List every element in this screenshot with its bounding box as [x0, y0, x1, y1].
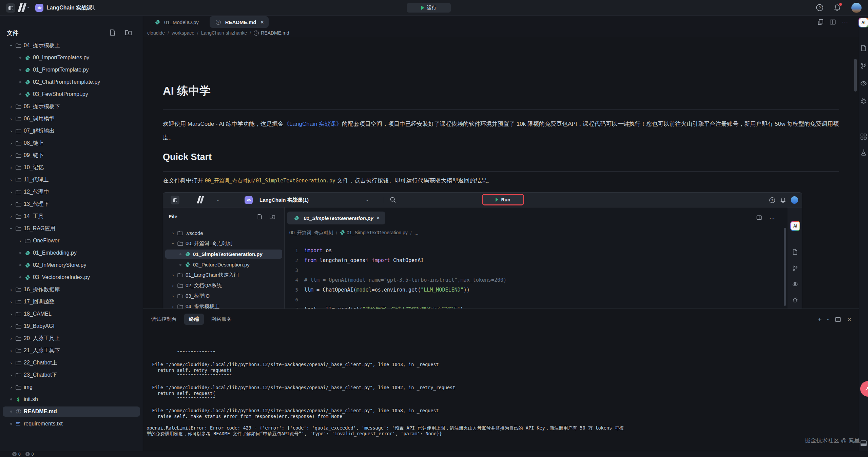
tree-item[interactable]: ›20_人脉工具上: [3, 333, 140, 343]
tree-item[interactable]: ›04_提示模板上: [165, 302, 282, 309]
panel-tab[interactable]: 调试控制台: [147, 314, 181, 325]
chevron-down-icon[interactable]: ›: [171, 241, 176, 247]
editor-tab[interactable]: 01_ModelIO.py: [149, 16, 204, 28]
chevron-right-icon[interactable]: ›: [8, 153, 14, 158]
chevron-right-icon[interactable]: ›: [8, 128, 14, 134]
chevron-down-icon[interactable]: ›: [26, 7, 31, 8]
tree-item[interactable]: requirements.txt: [3, 419, 140, 429]
sidebar-toggle-button[interactable]: [6, 3, 15, 13]
chevron-down-icon[interactable]: ›: [826, 319, 831, 320]
tree-item[interactable]: ›02_文档QA系统: [165, 281, 282, 290]
tree-item[interactable]: ›19_BabyAGI: [3, 321, 140, 331]
warning-count[interactable]: ! 0: [25, 452, 34, 457]
tree-item[interactable]: ›13_代理下: [3, 199, 140, 209]
tree-item[interactable]: ›21_人脉工具下: [3, 345, 140, 356]
tree-item[interactable]: ›16_操作数据库: [3, 284, 140, 295]
breadcrumb[interactable]: cloudide/workspace/LangChain-shizhanke/?…: [147, 28, 289, 37]
chevron-right-icon[interactable]: ›: [170, 294, 176, 299]
tree-item[interactable]: ›22_Chatbot上: [3, 358, 140, 368]
tree-item[interactable]: $init.sh: [3, 394, 140, 404]
chevron-right-icon[interactable]: ›: [8, 116, 14, 121]
tree-item[interactable]: ›05_提示模板下: [3, 101, 140, 112]
avatar[interactable]: [851, 3, 862, 13]
scrollbar[interactable]: [854, 59, 857, 92]
chevron-right-icon[interactable]: ›: [170, 283, 176, 288]
chevron-right-icon[interactable]: ›: [8, 287, 14, 292]
code-line[interactable]: 4# llm = OpenAI(model_name="gpt-3.5-turb…: [285, 275, 788, 285]
code-editor[interactable]: 1import os2from langchain_openai import …: [285, 240, 788, 309]
panel-tab[interactable]: 终端: [184, 314, 204, 325]
tree-item[interactable]: 01_Embedding.py: [3, 248, 140, 258]
preview-eye-icon[interactable]: [860, 80, 867, 87]
tree-item[interactable]: ›OneFlower: [3, 236, 140, 246]
chevron-down-icon[interactable]: ›: [77, 7, 82, 8]
help-icon[interactable]: ?: [816, 4, 824, 12]
panel-tab[interactable]: 网络服务: [207, 314, 236, 325]
split-editor-icon[interactable]: [830, 19, 836, 25]
chevron-right-icon[interactable]: ›: [8, 373, 14, 378]
tree-item[interactable]: ›img: [3, 382, 140, 392]
chevron-right-icon[interactable]: ›: [8, 324, 14, 329]
code-line[interactable]: 3: [285, 265, 788, 275]
code-line[interactable]: 7text = llm.predict("请给我写一句情人节红玫瑰的中文宣传语"…: [285, 304, 788, 309]
tree-item[interactable]: ›17_回调函数: [3, 297, 140, 307]
chevron-right-icon[interactable]: ›: [8, 202, 14, 207]
breadcrumb-item[interactable]: LangChain-shizhanke: [201, 30, 247, 36]
tree-item[interactable]: 02_ChatPromptTemplate.py: [3, 77, 140, 87]
marscode-logo-icon[interactable]: [16, 3, 27, 14]
ai-assistant-icon[interactable]: AI: [859, 18, 868, 27]
chevron-right-icon[interactable]: ›: [8, 190, 14, 195]
tree-item[interactable]: ›11_代理上: [3, 175, 140, 185]
chevron-right-icon[interactable]: ›: [8, 214, 14, 219]
chevron-right-icon[interactable]: ›: [170, 273, 176, 278]
chevron-right-icon[interactable]: ›: [8, 336, 14, 341]
document-icon[interactable]: [860, 45, 867, 52]
tree-item[interactable]: 02_PictureDescription.py: [165, 260, 282, 269]
tree-item[interactable]: 03_VectorstoreIndex.py: [3, 272, 140, 282]
chevron-right-icon[interactable]: ›: [8, 177, 14, 182]
close-icon[interactable]: ✕: [847, 317, 851, 323]
new-terminal-icon[interactable]: +: [818, 316, 822, 323]
tree-item[interactable]: ›10_记忆: [3, 162, 140, 173]
tree-item[interactable]: 01_PromptTemplate.py: [3, 65, 140, 75]
error-count[interactable]: ✕ 0: [12, 452, 21, 457]
more-actions-icon[interactable]: ⋯: [842, 18, 849, 26]
tree-item[interactable]: 02_InMemoryStore.py: [3, 260, 140, 270]
code-line[interactable]: 1import os: [285, 245, 788, 255]
scrollbar[interactable]: [784, 228, 786, 306]
tree-item[interactable]: ›07_解析输出: [3, 126, 140, 136]
chevron-down-icon[interactable]: ›: [9, 42, 14, 48]
git-branch-icon[interactable]: [860, 62, 867, 69]
run-button[interactable]: 运行: [407, 3, 451, 13]
new-folder-icon[interactable]: [125, 29, 132, 36]
notification-bell-icon[interactable]: [833, 4, 841, 12]
tree-item[interactable]: ›15_RAG应用: [3, 223, 140, 234]
code-line[interactable]: 2from langchain_openai import ChatOpenAI: [285, 255, 788, 265]
split-panel-icon[interactable]: [835, 317, 841, 322]
tree-item[interactable]: ›.vscode: [165, 228, 282, 238]
chevron-right-icon[interactable]: ›: [8, 165, 14, 170]
editor-tab[interactable]: ?README.md✕: [210, 16, 269, 28]
tree-item[interactable]: 01_SimpleTextGeneration.py: [165, 250, 282, 259]
tree-item[interactable]: ›03_模型IO: [165, 292, 282, 301]
tree-item[interactable]: ›08_链上: [3, 138, 140, 148]
tree-item[interactable]: ›04_提示模板上: [3, 40, 140, 51]
chevron-right-icon[interactable]: ›: [8, 385, 14, 390]
chevron-right-icon[interactable]: ›: [8, 104, 14, 109]
tree-item[interactable]: 00_ImportTemplates.py: [3, 53, 140, 63]
tree-item[interactable]: ›06_调用模型: [3, 114, 140, 124]
terminal-output[interactable]: ^^^^^^^^^^^^^^ File "/home/cloudide/.loc…: [147, 339, 852, 457]
panel-bottom-icon[interactable]: [860, 440, 867, 446]
tree-item[interactable]: 03_FewShotPrompt.py: [3, 89, 140, 99]
new-file-icon[interactable]: [109, 29, 116, 36]
run-button[interactable]: Run: [483, 195, 523, 204]
chevron-right-icon[interactable]: ›: [8, 348, 14, 353]
chevron-right-icon[interactable]: ›: [8, 360, 14, 365]
chevron-right-icon[interactable]: ›: [170, 304, 176, 309]
chevron-right-icon[interactable]: ›: [170, 231, 176, 236]
chevron-right-icon[interactable]: ›: [17, 238, 23, 243]
chevron-right-icon[interactable]: ›: [8, 141, 14, 146]
search-icon[interactable]: [89, 4, 96, 11]
tree-item[interactable]: ›14_工具: [3, 211, 140, 221]
breadcrumb-item[interactable]: ?README.md: [254, 30, 289, 36]
